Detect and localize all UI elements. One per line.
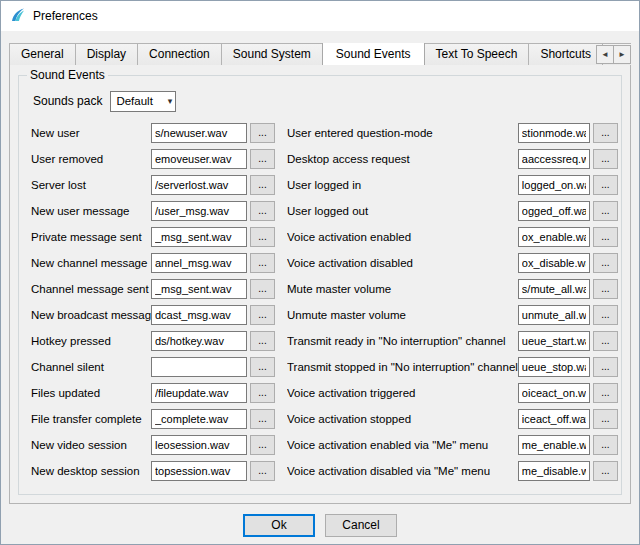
sound-event-label: Voice activation enabled via "Me" menu [287,439,518,451]
sound-event-row: Private message sent... [31,224,275,250]
sounds-pack-label: Sounds pack [33,94,102,108]
sound-event-row: New video session... [31,432,275,458]
browse-button[interactable]: ... [593,305,618,325]
sound-file-input[interactable] [151,175,247,195]
sound-file-input[interactable] [151,201,247,221]
ok-button[interactable]: Ok [243,514,315,537]
browse-button[interactable]: ... [593,435,618,455]
sound-event-row: User logged in... [287,172,618,198]
sound-file-input[interactable] [518,201,590,221]
sound-event-row: Channel silent... [31,354,275,380]
tab-text-to-speech[interactable]: Text To Speech [424,43,530,65]
sound-file-input[interactable] [518,253,590,273]
browse-button[interactable]: ... [250,435,275,455]
tab-display[interactable]: Display [75,43,138,65]
sound-file-input[interactable] [151,383,247,403]
sound-file-input[interactable] [518,383,590,403]
browse-button[interactable]: ... [250,123,275,143]
sound-file-input[interactable] [518,357,590,377]
sound-file-input[interactable] [518,435,590,455]
sound-file-input[interactable] [151,331,247,351]
sound-file-input[interactable] [518,331,590,351]
sound-event-label: Private message sent [31,231,151,243]
sound-event-row: File transfer complete... [31,406,275,432]
browse-button[interactable]: ... [593,123,618,143]
tab-scroll-right-button[interactable]: ► [613,45,631,64]
browse-button[interactable]: ... [593,279,618,299]
tab-general[interactable]: General [9,43,76,65]
sound-event-label: Transmit ready in "No interruption" chan… [287,335,518,347]
sound-file-input[interactable] [151,357,247,377]
sounds-pack-combobox[interactable]: Default ▾ [110,91,176,112]
sound-file-input[interactable] [151,279,247,299]
tab-connection[interactable]: Connection [137,43,222,65]
browse-button[interactable]: ... [593,409,618,429]
sound-file-input[interactable] [151,435,247,455]
browse-button[interactable]: ... [250,201,275,221]
app-icon [10,7,26,26]
sound-event-row: Channel message sent... [31,276,275,302]
browse-button[interactable]: ... [250,149,275,169]
sound-file-input[interactable] [518,409,590,429]
browse-button[interactable]: ... [250,279,275,299]
browse-button[interactable]: ... [250,461,275,481]
sound-file-input[interactable] [151,149,247,169]
tab-shortcuts[interactable]: Shortcuts [528,43,603,65]
browse-button[interactable]: ... [593,201,618,221]
sound-file-input[interactable] [518,227,590,247]
sound-file-input[interactable] [518,123,590,143]
sound-event-row: Voice activation stopped... [287,406,618,432]
browse-button[interactable]: ... [250,331,275,351]
sound-file-input[interactable] [151,123,247,143]
sound-file-input[interactable] [518,461,590,481]
sound-event-label: New user message [31,205,151,217]
sound-event-row: Voice activation enabled via "Me" menu..… [287,432,618,458]
sound-event-row: Voice activation triggered... [287,380,618,406]
sound-event-row: User entered question-mode... [287,120,618,146]
browse-button[interactable]: ... [593,383,618,403]
tab-scroll-left-button[interactable]: ◄ [596,45,614,64]
sound-event-label: Server lost [31,179,151,191]
tab-sound-system[interactable]: Sound System [221,43,323,65]
browse-button[interactable]: ... [593,331,618,351]
sound-event-row: Voice activation disabled via "Me" menu.… [287,458,618,484]
sound-file-input[interactable] [518,279,590,299]
browse-button[interactable]: ... [250,175,275,195]
browse-button[interactable]: ... [250,357,275,377]
dialog-footer: Ok Cancel [1,504,639,544]
sound-file-input[interactable] [151,461,247,481]
preferences-window: Preferences GeneralDisplayConnectionSoun… [0,0,640,545]
browse-button[interactable]: ... [250,227,275,247]
sound-file-input[interactable] [518,149,590,169]
sound-event-row: Desktop access request... [287,146,618,172]
sound-event-label: New desktop session [31,465,151,477]
browse-button[interactable]: ... [593,461,618,481]
sound-event-label: New channel message [31,257,151,269]
browse-button[interactable]: ... [250,383,275,403]
sound-event-label: User entered question-mode [287,127,518,139]
browse-button[interactable]: ... [593,253,618,273]
sound-event-label: User logged in [287,179,518,191]
browse-button[interactable]: ... [250,409,275,429]
browse-button[interactable]: ... [593,175,618,195]
sound-event-row: New broadcast message... [31,302,275,328]
sound-event-row: Transmit ready in "No interruption" chan… [287,328,618,354]
sound-file-input[interactable] [151,253,247,273]
browse-button[interactable]: ... [593,357,618,377]
sound-file-input[interactable] [518,175,590,195]
sound-event-label: Voice activation stopped [287,413,518,425]
browse-button[interactable]: ... [593,149,618,169]
sound-event-row: Mute master volume... [287,276,618,302]
sound-file-input[interactable] [151,409,247,429]
sound-file-input[interactable] [151,305,247,325]
cancel-button[interactable]: Cancel [325,514,397,537]
browse-button[interactable]: ... [250,253,275,273]
sound-event-label: Voice activation enabled [287,231,518,243]
sound-file-input[interactable] [151,227,247,247]
sound-event-row: New user... [31,120,275,146]
sound-file-input[interactable] [518,305,590,325]
sound-events-group: Sound Events Sounds pack Default ▾ New u… [18,75,622,495]
browse-button[interactable]: ... [250,305,275,325]
tab-sound-events[interactable]: Sound Events [322,43,425,65]
browse-button[interactable]: ... [593,227,618,247]
